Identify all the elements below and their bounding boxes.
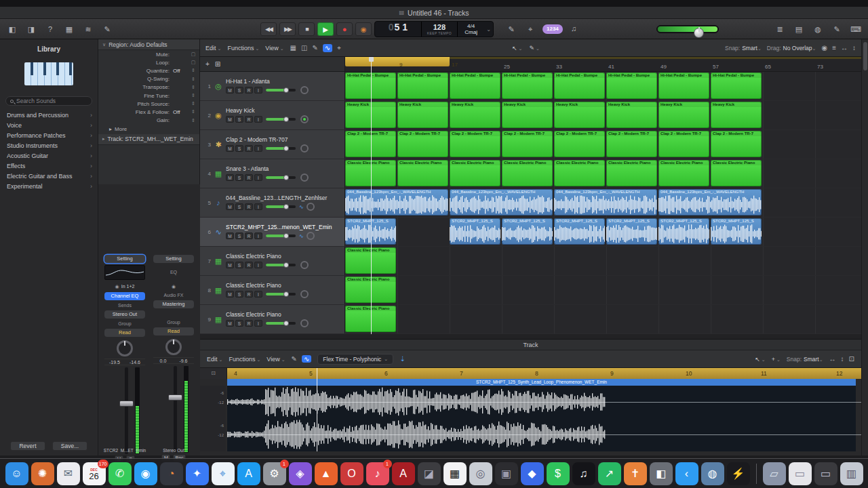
track-lane[interactable]: Heavy KickHeavy KickHeavy KickHeavy Kick… — [345, 101, 861, 129]
editor-playhead[interactable] — [317, 368, 317, 451]
midi-region[interactable]: Heavy Kick — [554, 102, 605, 128]
editors-icon[interactable]: ✎ — [100, 25, 114, 34]
midi-region[interactable]: Heavy Kick — [397, 102, 448, 128]
checkbox-icon[interactable]: ▢ — [191, 52, 196, 57]
midi-region[interactable]: Classic Electric Piano — [658, 160, 709, 186]
lcd-mode-chevron-icon[interactable]: ⌄ — [486, 26, 491, 33]
fader-thumb[interactable] — [119, 401, 134, 407]
list-icon[interactable]: ≡ — [832, 44, 836, 52]
s-button[interactable]: S — [235, 87, 243, 94]
dock-launchpad[interactable]: ✺ — [31, 462, 54, 485]
library-item[interactable]: Acoustic Guitar› — [0, 150, 98, 161]
volume-fader[interactable] — [108, 367, 141, 454]
library-item[interactable]: Voice› — [0, 120, 98, 130]
r-button[interactable]: R — [245, 174, 253, 181]
dock-messenger[interactable]: ◉ — [134, 462, 157, 485]
track-volume-slider[interactable] — [266, 235, 296, 237]
vertical-scrollbar[interactable] — [861, 39, 868, 455]
midi-region[interactable]: Classic Electric Piano — [606, 160, 657, 186]
midi-region[interactable]: Heavy Kick — [450, 102, 500, 128]
flex-icon[interactable]: ∿ — [323, 44, 332, 52]
dock-maps[interactable]: ⌖ — [212, 462, 235, 485]
track-lane[interactable]: Classic Electric Piano — [345, 276, 861, 304]
stepper-icon[interactable]: ⇕ — [191, 77, 196, 82]
midi-region[interactable]: Heavy Kick — [606, 102, 657, 128]
s-button[interactable]: S — [235, 320, 243, 327]
m-button[interactable]: M — [226, 116, 234, 123]
region-parameter[interactable]: Pitch Source:⇕ — [98, 100, 199, 108]
list-editors-icon[interactable]: ≣ — [773, 25, 787, 34]
m-button[interactable]: M — [226, 87, 234, 94]
audio-region[interactable]: STCR2_MHPT_125_S — [658, 218, 709, 245]
dock-settings[interactable]: ⚙1 — [263, 462, 286, 485]
drag-menu[interactable]: Drag:No Overlap⌄ — [767, 45, 816, 52]
window-titlebar[interactable]: ▤ Untitled 46 - Tracks — [0, 7, 868, 19]
dock-stocks[interactable]: ↗ — [598, 462, 621, 485]
m-button[interactable]: M — [226, 232, 234, 239]
audio-region[interactable]: STCR2_MHPT_125_S — [450, 218, 500, 245]
editor-waveform[interactable] — [227, 386, 856, 451]
dock-shortcuts[interactable]: ⚡ — [727, 462, 750, 485]
library-item[interactable]: Experimental› — [0, 181, 98, 191]
menu-functions[interactable]: Functions⌄ — [229, 356, 260, 363]
midi-region[interactable]: Hi-Hat Pedal - Bumpe — [450, 73, 500, 99]
dock-disc[interactable]: ◎ — [469, 462, 492, 485]
zoom-v-icon[interactable]: ↕ — [841, 355, 844, 363]
track-pan-knob[interactable] — [307, 203, 315, 211]
track-volume-slider[interactable] — [266, 118, 296, 121]
cycle-region[interactable] — [345, 57, 450, 66]
fit-icon[interactable]: ⊡ — [849, 355, 854, 363]
track-row[interactable]: 2◉Heavy KickMSRIHeavy KickHeavy KickHeav… — [200, 101, 861, 130]
r-button[interactable]: R — [245, 291, 253, 298]
i-button[interactable]: I — [254, 116, 262, 123]
lcd-display[interactable]: 0 5 1 128 KEEP TEMPO 4/4 Cmaj ⌄ — [374, 21, 494, 37]
dock-gray-app[interactable]: ◧ — [650, 462, 673, 485]
play-button[interactable]: ▶ — [317, 22, 334, 36]
panels-icon[interactable]: ◫ — [301, 44, 307, 52]
m-button[interactable]: M — [226, 203, 234, 210]
dock-acrobat[interactable]: A — [392, 462, 415, 485]
toolbar-toggle-icon[interactable]: ▦ — [62, 25, 76, 34]
dock-cash[interactable]: $ — [547, 462, 570, 485]
flex-icon[interactable]: ∿ — [299, 233, 304, 239]
group-slot[interactable]: Group — [103, 321, 146, 327]
menu-functions[interactable]: Functions⌄ — [227, 45, 259, 52]
midi-region[interactable]: Hi-Hat Pedal - Bumpe — [502, 73, 553, 99]
tuner-icon[interactable]: ⌖ — [524, 25, 537, 34]
channel-setting-button[interactable]: Setting — [153, 255, 194, 263]
library-item[interactable]: Effects› — [0, 161, 98, 171]
menu-view[interactable]: View⌄ — [265, 45, 283, 52]
track-header[interactable]: 1◎Hi-Hat 1 - AtlantaMSRI — [200, 72, 345, 100]
track-volume-slider[interactable] — [266, 176, 296, 179]
track-volume-slider[interactable] — [266, 293, 296, 296]
zoom-h-icon[interactable]: ↔ — [841, 44, 848, 52]
dock-firefox[interactable]: ◔ — [160, 462, 183, 485]
track-volume-slider[interactable] — [266, 89, 296, 92]
midi-region[interactable]: Clap 2 - Modern TR-7 — [554, 131, 605, 157]
dock-mail[interactable]: ✉ — [57, 462, 80, 485]
pointer-tool-menu[interactable]: ↖⌄ — [512, 45, 522, 52]
track-lane[interactable]: Classic Electric Piano — [345, 305, 861, 333]
pencil-tool-menu[interactable]: ✎⌄ — [529, 45, 539, 52]
track-pan-knob[interactable] — [300, 86, 309, 94]
track-lane[interactable]: Clap 2 - Modern TR-7Clap 2 - Modern TR-7… — [345, 130, 861, 159]
m-button[interactable]: M — [226, 145, 234, 152]
editor-region-title[interactable]: STCR2_MHPT_125_Synth_Lead_Loop_Phenomeno… — [227, 379, 856, 386]
stepper-icon[interactable]: ⇕ — [191, 68, 196, 73]
audio-region[interactable]: STCR2_MHPT_125_S — [711, 218, 762, 245]
save-button[interactable]: Save... — [52, 441, 87, 451]
stepper-icon[interactable]: ⇕ — [191, 109, 196, 115]
audio-region[interactable]: STCR2_MHPT_125_S — [606, 218, 657, 245]
mixer-icon[interactable]: ▤ — [792, 25, 806, 34]
dock-midi-app[interactable]: ▣ — [495, 462, 518, 485]
master-volume-knob[interactable] — [694, 28, 704, 38]
track-lane[interactable]: Classic Electric Piano — [345, 247, 861, 275]
dock-steel-app[interactable]: ◍ — [701, 462, 724, 485]
s-button[interactable]: S — [235, 116, 243, 123]
region-parameter[interactable]: Q-Swing:⇕ — [98, 75, 199, 83]
zoom-tool-icon[interactable]: ⌖ — [337, 44, 341, 52]
s-button[interactable]: S — [235, 203, 243, 210]
midi-region[interactable]: Clap 2 - Modern TR-7 — [502, 131, 553, 157]
input-slot[interactable]: ◉ In 1+2 — [103, 283, 146, 290]
musical-typing-icon[interactable]: ⌨ — [849, 25, 863, 34]
